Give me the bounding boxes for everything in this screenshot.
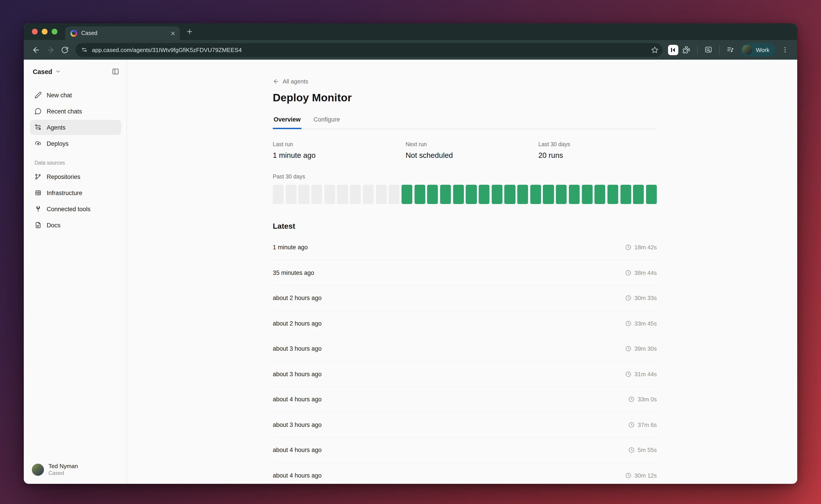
sidebar-item-label: Deploys <box>47 140 69 147</box>
run-row[interactable]: about 3 hours ago 31m 44s <box>273 362 657 387</box>
sidebar-item-infrastructure[interactable]: Infrastructure <box>30 185 121 200</box>
activity-cell-empty <box>273 185 283 204</box>
collapse-sidebar-button[interactable] <box>112 68 119 75</box>
activity-cell-filled <box>427 185 438 204</box>
sidebar-item-recent-chats[interactable]: Recent chats <box>30 104 121 119</box>
activity-cell-filled <box>479 185 490 204</box>
site-settings-icon[interactable] <box>81 46 88 53</box>
activity-cell-empty <box>388 185 399 204</box>
activity-cell-empty <box>298 185 309 204</box>
side-panel-button[interactable] <box>702 43 715 56</box>
zoom-window-button[interactable] <box>52 29 57 35</box>
profile-chip[interactable]: Work <box>740 43 775 56</box>
run-time: about 2 hours ago <box>273 295 322 302</box>
run-duration-text: 18m 42s <box>634 244 657 251</box>
run-row[interactable]: 35 minutes ago 38m 44s <box>273 260 657 286</box>
sidebar-item-deploys[interactable]: Deploys <box>30 136 121 151</box>
new-tab-icon <box>186 28 193 35</box>
run-time: about 3 hours ago <box>273 421 322 428</box>
sidebar-item-label: Connected tools <box>47 206 90 212</box>
latest-heading: Latest <box>273 222 657 231</box>
run-time: 35 minutes ago <box>273 269 314 276</box>
reload-button[interactable] <box>58 43 71 56</box>
stat-label: Next run <box>405 141 538 148</box>
clock-icon <box>625 269 632 276</box>
browser-window: Cased app.cased.com/agents/31IWtv9fgGfiK… <box>24 23 797 484</box>
wrench-icon <box>35 205 42 213</box>
forward-button[interactable] <box>44 43 57 56</box>
user-menu[interactable]: Ted Nyman Cased <box>30 463 121 477</box>
sidebar-item-label: Recent chats <box>47 108 82 115</box>
run-duration-text: 33m 0s <box>638 396 657 403</box>
toolbar-divider <box>719 45 720 54</box>
activity-cell-filled <box>633 185 644 204</box>
run-history: Past 30 days <box>273 174 657 204</box>
chat-bubble-icon <box>35 108 42 115</box>
run-duration-text: 30m 12s <box>634 472 657 479</box>
browser-menu-button[interactable] <box>779 43 791 56</box>
pencil-icon <box>35 91 42 99</box>
clock-icon <box>625 295 632 302</box>
bookmark-star-icon[interactable] <box>651 46 659 54</box>
run-time: about 2 hours ago <box>273 320 322 327</box>
stat-value: 1 minute ago <box>273 151 405 160</box>
run-row[interactable]: about 2 hours ago 30m 33s <box>273 286 657 311</box>
sidebar-item-repositories[interactable]: Repositories <box>30 169 121 184</box>
run-row[interactable]: 1 minute ago 18m 42s <box>273 235 657 260</box>
tab-configure[interactable]: Configure <box>313 116 341 129</box>
activity-cell-filled <box>505 185 515 204</box>
extension-logo-icon[interactable] <box>668 45 678 55</box>
sidebar-item-agents[interactable]: Agents <box>30 120 121 135</box>
run-duration: 37m 6s <box>628 421 657 428</box>
cloud-upload-icon <box>35 140 42 147</box>
run-row[interactable]: about 3 hours ago 37m 6s <box>273 412 657 438</box>
address-bar[interactable]: app.cased.com/agents/31IWtv9fgGfiK5zFDVU… <box>75 43 663 57</box>
arrow-left-icon <box>273 78 279 85</box>
sidebar-item-label: Agents <box>47 124 65 131</box>
minimize-window-button[interactable] <box>42 29 48 35</box>
stat-label: Last 30 days <box>538 141 671 148</box>
activity-cell-filled <box>401 185 412 204</box>
close-tab-icon[interactable] <box>170 31 175 36</box>
media-controls-button[interactable] <box>724 43 737 56</box>
activity-cell-filled <box>530 185 541 204</box>
browser-tab[interactable]: Cased <box>65 26 180 40</box>
run-time: about 3 hours ago <box>273 345 322 352</box>
sidebar-item-new-chat[interactable]: New chat <box>30 87 121 103</box>
tab-overview[interactable]: Overview <box>273 116 301 129</box>
server-icon <box>35 189 42 196</box>
sidebar-item-connected-tools[interactable]: Connected tools <box>30 201 121 217</box>
activity-cell-empty <box>376 185 386 204</box>
run-row[interactable]: about 2 hours ago 33m 45s <box>273 311 657 336</box>
run-row[interactable]: about 3 hours ago 39m 30s <box>273 336 657 362</box>
sidebar-item-docs[interactable]: Docs <box>30 217 121 233</box>
run-row[interactable]: about 4 hours ago 33m 0s <box>273 387 657 412</box>
tab-title: Cased <box>81 30 166 36</box>
back-icon <box>32 46 40 54</box>
close-window-button[interactable] <box>32 29 38 35</box>
data-sources-label: Data sources <box>35 160 121 165</box>
activity-cell-filled <box>620 185 631 204</box>
desktop: Cased app.cased.com/agents/31IWtv9fgGfiK… <box>0 0 821 504</box>
all-agents-back-link[interactable]: All agents <box>273 78 657 85</box>
sidebar-item-label: New chat <box>47 92 72 98</box>
page-title: Deploy Monitor <box>273 91 657 104</box>
run-duration: 38m 44s <box>625 269 657 276</box>
workspace-switcher[interactable]: Cased <box>30 68 121 75</box>
run-row[interactable]: about 4 hours ago 30m 12s <box>273 463 657 484</box>
activity-cell-filled <box>492 185 502 204</box>
new-tab-button[interactable] <box>186 28 193 35</box>
back-button[interactable] <box>30 43 42 56</box>
extensions-button[interactable] <box>680 43 693 56</box>
activity-cell-filled <box>556 185 567 204</box>
clock-icon <box>625 320 632 327</box>
workspace-name: Cased <box>33 68 52 75</box>
stats-row: Last run 1 minute ago Next run Not sched… <box>273 141 657 160</box>
run-row[interactable]: about 4 hours ago 5m 55s <box>273 438 657 463</box>
stat-label: Last run <box>273 141 405 148</box>
main-content: All agents Deploy Monitor Overview Confi… <box>127 60 797 484</box>
clock-icon <box>628 421 635 428</box>
document-icon <box>35 222 42 229</box>
stat-next-run: Next run Not scheduled <box>405 141 538 160</box>
stat-value: 20 runs <box>538 151 671 160</box>
